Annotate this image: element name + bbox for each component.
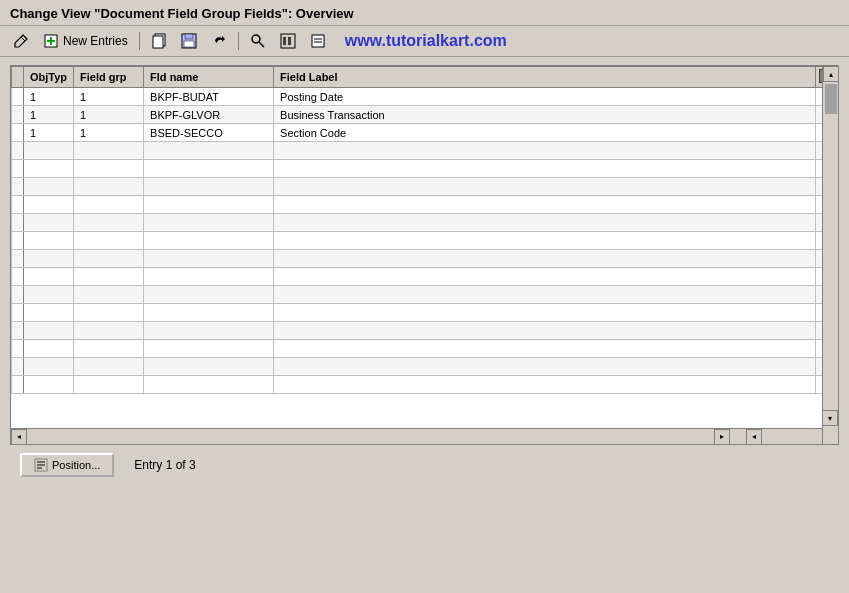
cell-fldname xyxy=(144,340,274,358)
copy-btn[interactable] xyxy=(146,30,172,52)
pencil-icon xyxy=(13,33,29,49)
svg-rect-13 xyxy=(283,37,286,45)
svg-rect-15 xyxy=(312,35,324,47)
cell-objtyp xyxy=(24,322,74,340)
table-row[interactable]: 11BKPF-BUDATPosting Date xyxy=(12,88,838,106)
toolbar: New Entries xyxy=(0,26,849,57)
hscroll-track[interactable] xyxy=(27,429,714,445)
svg-rect-9 xyxy=(184,41,194,47)
table-row[interactable] xyxy=(12,286,838,304)
cell-fieldlabel: Section Code xyxy=(274,124,816,142)
cell-objtyp xyxy=(24,214,74,232)
table-row[interactable]: 11BKPF-GLVORBusiness Transaction xyxy=(12,106,838,124)
cell-fieldlabel xyxy=(274,142,816,160)
cell-objtyp xyxy=(24,304,74,322)
table-row[interactable] xyxy=(12,376,838,394)
row-selector-cell xyxy=(12,214,24,232)
col-header-selector xyxy=(12,67,24,88)
cell-fieldgrp xyxy=(74,286,144,304)
table-row[interactable] xyxy=(12,340,838,358)
cell-objtyp: 1 xyxy=(24,124,74,142)
hscroll-right-btn[interactable]: ▸ xyxy=(714,429,730,445)
find-btn[interactable] xyxy=(245,30,271,52)
scroll-thumb xyxy=(825,84,837,114)
cell-fldname xyxy=(144,268,274,286)
new-entries-label: New Entries xyxy=(63,34,128,48)
save-btn[interactable] xyxy=(176,30,202,52)
copy-icon xyxy=(151,33,167,49)
cell-fldname: BSED-SECCO xyxy=(144,124,274,142)
position-icon xyxy=(34,458,48,472)
watermark: www.tutorialkart.com xyxy=(345,32,507,50)
scroll-up-btn[interactable]: ▴ xyxy=(823,66,839,82)
cell-fieldlabel xyxy=(274,232,816,250)
save-icon xyxy=(181,33,197,49)
table-row[interactable]: 11BSED-SECCOSection Code xyxy=(12,124,838,142)
cell-fieldgrp xyxy=(74,160,144,178)
svg-rect-6 xyxy=(153,36,163,48)
edit-icon-btn[interactable] xyxy=(8,30,34,52)
cell-fieldlabel xyxy=(274,268,816,286)
horizontal-scrollbar: ◂ ▸ ◂ ▸ xyxy=(11,428,838,444)
cell-fieldgrp xyxy=(74,250,144,268)
cell-fldname xyxy=(144,142,274,160)
cell-objtyp xyxy=(24,268,74,286)
scroll-down-btn[interactable]: ▾ xyxy=(822,410,838,426)
vertical-scrollbar[interactable]: ▴ ▾ xyxy=(822,66,838,444)
status-bar: Position... Entry 1 of 3 xyxy=(10,445,839,485)
cell-fieldgrp xyxy=(74,322,144,340)
row-selector-cell xyxy=(12,142,24,160)
row-selector-cell xyxy=(12,358,24,376)
new-entries-button[interactable]: New Entries xyxy=(38,30,133,52)
table-row[interactable] xyxy=(12,304,838,322)
cell-objtyp xyxy=(24,196,74,214)
row-selector-cell xyxy=(12,196,24,214)
col-header-objtyp: ObjTyp xyxy=(24,67,74,88)
cell-fldname: BKPF-GLVOR xyxy=(144,106,274,124)
cell-fldname xyxy=(144,304,274,322)
cell-fldname xyxy=(144,196,274,214)
cell-objtyp xyxy=(24,142,74,160)
table-row[interactable] xyxy=(12,322,838,340)
hscroll-left-btn[interactable]: ◂ xyxy=(11,429,27,445)
table-row[interactable] xyxy=(12,160,838,178)
cell-fieldlabel xyxy=(274,250,816,268)
hscroll-left2-btn[interactable]: ◂ xyxy=(746,429,762,445)
row-selector-cell xyxy=(12,88,24,106)
table-row[interactable] xyxy=(12,142,838,160)
position-button[interactable]: Position... xyxy=(20,453,114,477)
cell-objtyp xyxy=(24,250,74,268)
cell-fldname xyxy=(144,232,274,250)
separator-1 xyxy=(139,32,140,50)
cell-fieldgrp xyxy=(74,232,144,250)
table-row[interactable] xyxy=(12,178,838,196)
row-selector-cell xyxy=(12,268,24,286)
table-row[interactable] xyxy=(12,196,838,214)
svg-point-10 xyxy=(252,35,260,43)
new-entries-icon xyxy=(43,33,59,49)
settings-icon xyxy=(280,33,296,49)
col-header-fieldlabel: Field Label xyxy=(274,67,816,88)
cell-fieldlabel xyxy=(274,160,816,178)
cell-fieldgrp xyxy=(74,214,144,232)
cell-fieldgrp: 1 xyxy=(74,124,144,142)
cell-objtyp xyxy=(24,232,74,250)
export-btn[interactable] xyxy=(305,30,331,52)
cell-objtyp xyxy=(24,286,74,304)
col-header-fieldgrp: Field grp xyxy=(74,67,144,88)
cell-objtyp xyxy=(24,178,74,196)
table-row[interactable] xyxy=(12,268,838,286)
table-row[interactable] xyxy=(12,232,838,250)
data-table: ObjTyp Field grp Fld name Field Label 11… xyxy=(11,66,838,394)
cell-fieldlabel xyxy=(274,178,816,196)
table-row[interactable] xyxy=(12,358,838,376)
cell-objtyp xyxy=(24,376,74,394)
cell-objtyp: 1 xyxy=(24,106,74,124)
table-row[interactable] xyxy=(12,214,838,232)
settings-btn[interactable] xyxy=(275,30,301,52)
cell-fieldgrp xyxy=(74,196,144,214)
undo-btn[interactable] xyxy=(206,30,232,52)
svg-rect-8 xyxy=(185,34,193,39)
row-selector-cell xyxy=(12,178,24,196)
table-row[interactable] xyxy=(12,250,838,268)
